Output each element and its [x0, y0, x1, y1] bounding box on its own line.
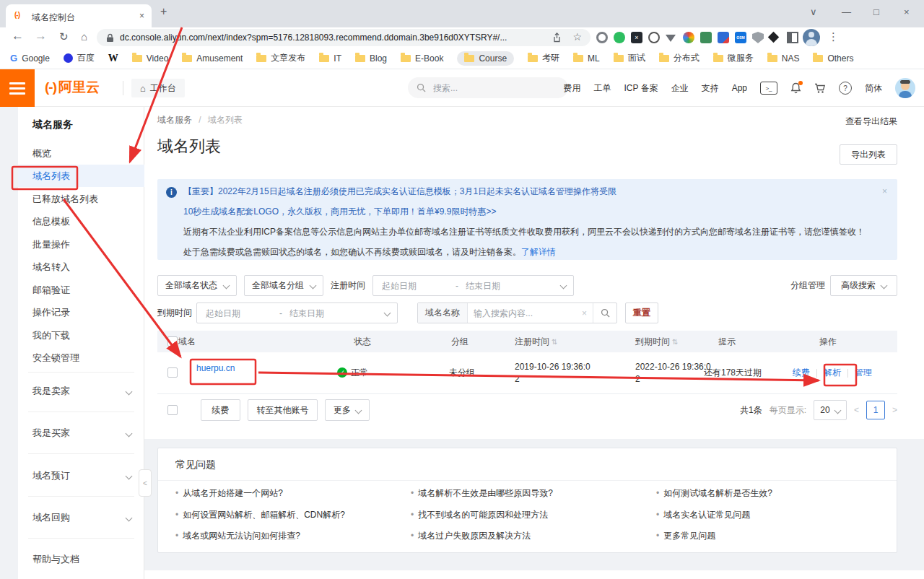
bookmark-folder-blog[interactable]: Blog: [355, 53, 387, 64]
workbench-button[interactable]: ⌂ 工作台: [131, 79, 185, 97]
nav-app[interactable]: App: [732, 83, 747, 93]
manage-link[interactable]: 管理: [855, 367, 872, 379]
ext-reader-icon[interactable]: [787, 32, 798, 43]
per-page-select[interactable]: 20: [814, 400, 847, 420]
expire-end-date-input[interactable]: [288, 308, 357, 319]
select-all-checkbox[interactable]: [167, 336, 178, 347]
register-date-range[interactable]: -: [372, 275, 574, 296]
bookmark-star-icon[interactable]: ☆: [572, 31, 582, 43]
notifications-bell-icon[interactable]: [790, 82, 801, 94]
help-icon[interactable]: ?: [839, 82, 852, 95]
sidebar-group-buyer[interactable]: 我是买家: [18, 422, 144, 445]
bookmark-folder-others[interactable]: Others: [813, 53, 853, 64]
window-maximize-icon[interactable]: □: [873, 6, 879, 17]
home-icon[interactable]: ⌂: [81, 30, 87, 43]
register-start-date-input[interactable]: [380, 280, 450, 292]
faq-link[interactable]: •如何测试域名解析是否生效?: [656, 487, 772, 500]
reset-button[interactable]: 重置: [625, 302, 658, 323]
forward-icon[interactable]: →: [35, 29, 47, 43]
resolve-link[interactable]: 解析: [824, 367, 841, 379]
domain-status-select[interactable]: 全部域名状态: [157, 275, 237, 296]
view-export-result-link[interactable]: 查看导出结果: [845, 116, 897, 128]
bookmark-folder-publish[interactable]: 文章发布: [256, 52, 305, 64]
aliyun-logo[interactable]: (-) 阿里云: [45, 78, 100, 97]
nav-billing[interactable]: 费用: [564, 82, 581, 95]
bookmark-folder-video[interactable]: Video: [132, 53, 168, 64]
nav-support[interactable]: 支持: [702, 82, 719, 95]
bookmark-google[interactable]: GGoogle: [10, 53, 50, 64]
faq-link[interactable]: •如何设置网站解析、邮箱解析、CDN解析?: [175, 509, 345, 521]
sidebar-item-domain-list[interactable]: 域名列表: [18, 165, 144, 187]
nav-enterprise[interactable]: 企业: [671, 82, 689, 95]
domain-link[interactable]: huerpu.cn: [196, 363, 235, 373]
ext-sign-icon[interactable]: [700, 32, 712, 43]
faq-link[interactable]: •更多常见问题: [656, 530, 715, 542]
current-page[interactable]: 1: [866, 401, 885, 419]
faq-link[interactable]: •域名或网站无法访问如何排查?: [175, 530, 300, 542]
faq-link[interactable]: •从域名开始搭建一个网站?: [175, 487, 283, 500]
sort-icon[interactable]: ⇅: [552, 338, 557, 346]
ext-evernote-icon[interactable]: [614, 32, 625, 43]
bookmark-baidu[interactable]: 百度: [64, 52, 95, 64]
bookmark-folder-microservice[interactable]: 微服务: [713, 52, 754, 64]
next-page-icon[interactable]: >: [892, 405, 897, 415]
domain-group-select[interactable]: 全部域名分组: [244, 275, 323, 296]
sort-icon[interactable]: ⇅: [672, 338, 678, 346]
ext-pin-icon[interactable]: [768, 32, 780, 43]
window-minimize-icon[interactable]: —: [842, 6, 851, 17]
sidebar-group-domain-buyback[interactable]: 域名回购: [18, 506, 144, 529]
sidebar-item-security-lock[interactable]: 安全锁管理: [18, 347, 144, 369]
ext-v-icon[interactable]: [666, 35, 676, 42]
window-menu-icon[interactable]: ∨: [810, 6, 817, 17]
sidebar-item-info-template[interactable]: 信息模板: [18, 210, 144, 232]
sidebar-group-domain-reserve[interactable]: 域名预订: [18, 464, 144, 487]
user-avatar[interactable]: [895, 78, 915, 98]
expire-start-date-input[interactable]: [204, 308, 274, 319]
prev-page-icon[interactable]: <: [854, 405, 859, 415]
sidebar-item-overview[interactable]: 概览: [18, 142, 144, 165]
sidebar-item-domain-transfer-in[interactable]: 域名转入: [18, 256, 144, 278]
clear-input-icon[interactable]: ×: [576, 308, 593, 318]
faq-link[interactable]: •域名实名认证常见问题: [656, 509, 750, 521]
faq-link[interactable]: •域名解析不生效是由哪些原因导致?: [411, 487, 553, 500]
bookmark-wikipedia[interactable]: W: [108, 53, 118, 64]
sidebar-item-my-downloads[interactable]: 我的下载: [18, 324, 144, 347]
export-list-button[interactable]: 导出列表: [840, 144, 897, 165]
nav-ticket[interactable]: 工单: [594, 82, 611, 95]
language-switch[interactable]: 简体: [865, 82, 882, 95]
share-icon[interactable]: [552, 32, 562, 43]
register-end-date-input[interactable]: [464, 280, 533, 292]
new-tab-button[interactable]: +: [160, 5, 167, 18]
col-expires[interactable]: 到期时间⇅: [635, 331, 678, 352]
url-bar[interactable]: dc.console.aliyun.com/next/index?spm=517…: [97, 29, 590, 46]
sidebar-group-seller[interactable]: 我是卖家: [18, 380, 144, 403]
console-search-input[interactable]: [432, 82, 550, 94]
sidebar-item-help-docs[interactable]: 帮助与文档: [18, 548, 144, 571]
banner-close-icon[interactable]: ×: [882, 186, 887, 196]
search-submit-button[interactable]: [593, 303, 616, 323]
batch-more-button[interactable]: 更多: [325, 399, 370, 421]
sidebar-item-batch-operation[interactable]: 批量操作: [18, 233, 144, 256]
bookmark-folder-interview[interactable]: 面试: [614, 52, 645, 64]
breadcrumb-domain-service[interactable]: 域名服务: [157, 115, 192, 125]
bookmark-folder-ml[interactable]: ML: [573, 53, 600, 64]
sidebar-collapse-handle[interactable]: <: [139, 469, 152, 497]
banner-line-2[interactable]: 10秒生成域名配套LOGO，永久版权，商用无忧，下单即用！首单¥9.9限时特惠>…: [183, 204, 496, 219]
faq-link[interactable]: •找不到域名的可能原因和处理方法: [411, 509, 548, 521]
bookmark-folder-ebook[interactable]: E-Book: [401, 53, 443, 64]
ext-osm-icon[interactable]: OSM: [735, 32, 746, 43]
browser-profile-avatar[interactable]: [803, 29, 820, 46]
sidebar-item-email-verify[interactable]: 邮箱验证: [18, 279, 144, 301]
domain-name-search[interactable]: 域名名称 ×: [417, 302, 617, 323]
bookmark-folder-amusement[interactable]: Amusement: [182, 53, 243, 64]
advanced-search-button[interactable]: 高级搜索: [830, 275, 897, 296]
console-search[interactable]: [408, 77, 568, 98]
ext-colorwheel-icon[interactable]: [683, 32, 694, 43]
browser-menu-icon[interactable]: ⋮: [828, 30, 839, 43]
group-manage-link[interactable]: 分组管理: [790, 275, 825, 296]
bookmark-folder-kaoyan[interactable]: 考研: [528, 52, 559, 64]
ext-bookmark-icon[interactable]: [718, 32, 729, 43]
expire-date-range[interactable]: -: [196, 302, 398, 323]
reload-icon[interactable]: ↻: [59, 30, 69, 43]
browser-tab[interactable]: (-) 域名控制台 ×: [6, 4, 152, 27]
